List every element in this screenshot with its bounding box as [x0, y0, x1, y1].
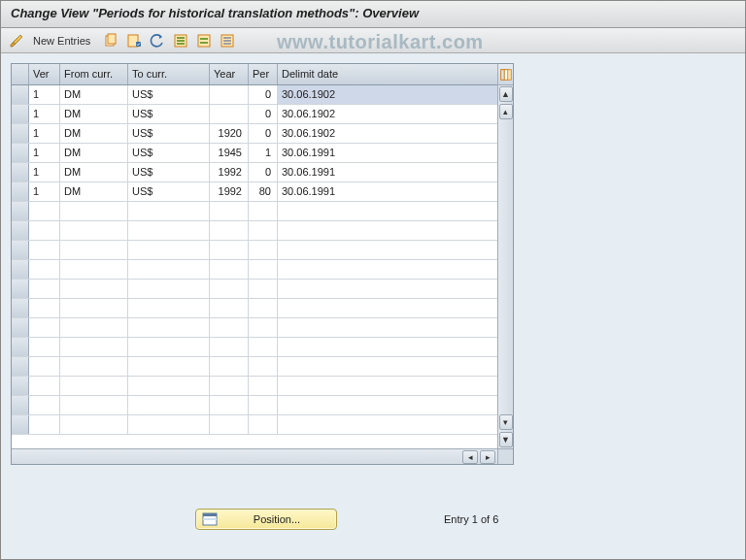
cell-ver[interactable] — [29, 357, 60, 376]
table-row[interactable] — [12, 202, 513, 221]
table-row[interactable] — [12, 280, 513, 299]
table-row[interactable] — [12, 299, 513, 318]
copy-as-button[interactable] — [101, 31, 120, 50]
cell-year[interactable] — [210, 396, 249, 414]
cell-from[interactable]: DM — [60, 144, 128, 162]
cell-delimit[interactable]: 30.06.1902 — [278, 105, 513, 123]
cell-from[interactable] — [60, 280, 128, 298]
cell-ver[interactable] — [29, 415, 60, 434]
table-row[interactable]: 1DMUS$19928030.06.1991 — [12, 182, 513, 202]
col-header-year[interactable]: Year — [210, 64, 249, 84]
table-row[interactable] — [12, 415, 513, 435]
table-row[interactable] — [12, 318, 513, 338]
cell-from[interactable] — [60, 338, 128, 356]
cell-delimit[interactable] — [278, 299, 513, 317]
delete-button[interactable] — [124, 31, 144, 50]
toggle-change-button[interactable] — [7, 31, 26, 50]
cell-ver[interactable]: 1 — [29, 105, 60, 123]
cell-year[interactable]: 1992 — [210, 163, 249, 181]
row-selector[interactable] — [12, 85, 29, 104]
col-header-to[interactable]: To curr. — [128, 64, 210, 84]
new-entries-button[interactable]: New Entries — [30, 31, 97, 50]
scroll-up-button[interactable]: ▴ — [499, 104, 513, 119]
cell-year[interactable] — [210, 105, 249, 123]
cell-delimit[interactable] — [278, 318, 513, 337]
table-row[interactable]: 1DMUS$030.06.1902 — [12, 85, 513, 105]
cell-year[interactable] — [210, 415, 249, 434]
row-selector[interactable] — [12, 221, 29, 240]
cell-per[interactable]: 0 — [249, 124, 278, 143]
cell-ver[interactable] — [29, 241, 60, 259]
cell-year[interactable] — [210, 260, 249, 279]
row-selector[interactable] — [12, 105, 29, 123]
cell-per[interactable] — [249, 338, 278, 356]
cell-from[interactable]: DM — [60, 163, 128, 181]
col-header-from[interactable]: From curr. — [60, 64, 128, 84]
cell-delimit[interactable]: 30.06.1902 — [278, 124, 513, 143]
cell-ver[interactable] — [29, 338, 60, 356]
cell-from[interactable] — [60, 241, 128, 259]
table-row[interactable]: 1DMUS$030.06.1902 — [12, 105, 513, 124]
cell-to[interactable]: US$ — [128, 144, 210, 162]
cell-year[interactable] — [210, 338, 249, 356]
cell-per[interactable] — [249, 221, 278, 240]
cell-ver[interactable] — [29, 221, 60, 240]
row-selector[interactable] — [12, 415, 29, 434]
cell-per[interactable]: 1 — [249, 144, 278, 162]
cell-per[interactable] — [249, 357, 278, 376]
cell-per[interactable] — [249, 280, 278, 298]
cell-to[interactable]: US$ — [128, 182, 210, 201]
cell-per[interactable] — [249, 241, 278, 259]
cell-delimit[interactable]: 30.06.1902 — [278, 85, 513, 104]
cell-per[interactable] — [249, 415, 278, 434]
undo-button[interactable] — [148, 31, 167, 50]
cell-from[interactable] — [60, 318, 128, 337]
cell-delimit[interactable] — [278, 396, 513, 414]
table-row[interactable] — [12, 357, 513, 377]
cell-ver[interactable] — [29, 280, 60, 298]
cell-from[interactable] — [60, 260, 128, 279]
cell-per[interactable] — [249, 396, 278, 414]
scroll-down-button[interactable]: ▾ — [499, 414, 513, 430]
table-row[interactable] — [12, 377, 513, 396]
cell-delimit[interactable]: 30.06.1991 — [278, 182, 513, 201]
cell-per[interactable] — [249, 299, 278, 317]
cell-per[interactable] — [249, 202, 278, 220]
cell-to[interactable]: US$ — [128, 124, 210, 143]
cell-delimit[interactable] — [278, 415, 513, 434]
col-header-delimit[interactable]: Delimit date — [278, 64, 513, 84]
cell-to[interactable] — [128, 280, 210, 298]
cell-year[interactable]: 1992 — [210, 182, 249, 201]
cell-delimit[interactable] — [278, 221, 513, 240]
table-row[interactable] — [12, 221, 513, 241]
scroll-left-button[interactable]: ◂ — [462, 450, 478, 464]
cell-from[interactable]: DM — [60, 182, 128, 201]
cell-year[interactable]: 1920 — [210, 124, 249, 143]
cell-to[interactable]: US$ — [128, 105, 210, 123]
cell-delimit[interactable] — [278, 241, 513, 259]
cell-to[interactable] — [128, 221, 210, 240]
cell-to[interactable] — [128, 415, 210, 434]
cell-to[interactable] — [128, 202, 210, 220]
row-selector[interactable] — [12, 163, 29, 181]
cell-delimit[interactable] — [278, 377, 513, 395]
cell-year[interactable] — [210, 241, 249, 259]
cell-to[interactable] — [128, 338, 210, 356]
cell-year[interactable] — [210, 318, 249, 337]
cell-to[interactable]: US$ — [128, 163, 210, 181]
cell-per[interactable] — [249, 318, 278, 337]
cell-from[interactable]: DM — [60, 105, 128, 123]
row-selector[interactable] — [12, 318, 29, 337]
cell-delimit[interactable] — [278, 357, 513, 376]
select-block-button[interactable] — [194, 31, 214, 50]
row-selector[interactable] — [12, 124, 29, 143]
cell-ver[interactable]: 1 — [29, 124, 60, 143]
cell-to[interactable] — [128, 318, 210, 337]
cell-to[interactable] — [128, 396, 210, 414]
scroll-right-button[interactable]: ▸ — [480, 450, 495, 464]
cell-from[interactable] — [60, 221, 128, 240]
cell-to[interactable] — [128, 377, 210, 395]
scroll-top-button[interactable]: ▲ — [499, 86, 513, 102]
cell-from[interactable] — [60, 202, 128, 220]
row-selector[interactable] — [12, 396, 29, 414]
